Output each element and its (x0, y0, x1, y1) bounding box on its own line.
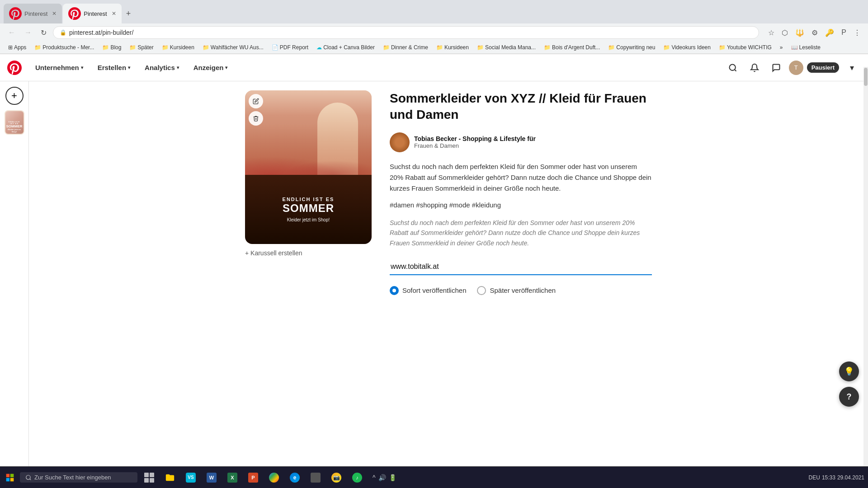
refresh-button[interactable]: ↻ (38, 27, 49, 39)
taskbar-app-powerpoint[interactable]: P (243, 468, 263, 488)
taskbar-app-photos[interactable]: 📷 (326, 468, 346, 488)
bookmark-more[interactable]: » (777, 43, 786, 52)
tab-1-close[interactable]: ✕ (52, 10, 57, 17)
browser-extension-4[interactable]: 🔑 (823, 27, 836, 39)
pin-delete-button[interactable] (249, 111, 263, 126)
pin-edit-button[interactable] (249, 94, 263, 108)
taskbar-app-browser2[interactable]: e (285, 468, 305, 488)
taskbar-app-browser1[interactable] (264, 468, 284, 488)
pin-image-overlay: ENDLICH IST ES SOMMER Kleider jetzt im S… (245, 175, 372, 244)
bookmark-youtube-label: Youtube WICHTIG (727, 44, 772, 51)
battery-icon[interactable]: 🔋 (389, 474, 396, 481)
bookmark-star-button[interactable]: ☆ (766, 27, 776, 39)
bookmark-kursideen1[interactable]: 📁 Kursideen (159, 43, 197, 52)
creator-row: Tobias Becker - Shopping & Lifestyle für… (390, 132, 652, 152)
messages-button[interactable] (767, 59, 785, 77)
browser-extension-1[interactable]: ⬡ (780, 27, 790, 39)
notifications-button[interactable] (745, 59, 764, 77)
start-button[interactable] (0, 467, 20, 488)
leseliste-icon: 📖 (791, 44, 798, 51)
bookmark-kursideen2[interactable]: 📁 Kursideen (434, 43, 472, 52)
chevron-down-icon: ▾ (177, 65, 179, 70)
taskbar-language: DEU (809, 474, 820, 481)
taskbar-clock[interactable]: DEU 15:33 29.04.2021 (809, 474, 868, 481)
sidebar-add-button[interactable]: + (5, 87, 24, 105)
bookmark-dinnercrime[interactable]: 📁 Dinner & Crime (380, 43, 431, 52)
folder-icon-12: 📁 (608, 44, 615, 51)
back-button[interactable]: ← (5, 27, 18, 38)
nav-erstellen[interactable]: Erstellen ▾ (91, 60, 137, 75)
url-text: pinterest.at/pin-builder/ (69, 29, 133, 36)
browser-extension-2[interactable]: 🔱 (793, 27, 806, 39)
karussell-link[interactable]: + Karussell erstellen (245, 249, 372, 257)
bookmark-kursideen1-label: Kursideen (170, 44, 194, 51)
browser-tab-1[interactable]: Pinterest ✕ (4, 4, 62, 23)
taskbar-search-placeholder: Zur Suche Text hier eingeben (34, 474, 111, 481)
bookmark-wahlf[interactable]: 📁 Wahlfächer WU Aus... (200, 43, 266, 52)
browser-extension-3[interactable]: ⚙ (810, 27, 820, 39)
folder-icon-8: 📁 (383, 44, 390, 51)
lock-icon: 🔒 (60, 29, 66, 36)
taskbar-app-word[interactable]: W (202, 468, 222, 488)
bookmark-cload[interactable]: ☁ Cload + Canva Bilder (314, 43, 377, 52)
paused-badge: Pausiert (807, 62, 839, 73)
taskbar-search[interactable]: Zur Suche Text hier eingeben (20, 472, 137, 483)
tab-2-close[interactable]: ✕ (112, 10, 116, 17)
profile-chevron-button[interactable]: ▾ (843, 59, 861, 77)
taskbar-app-gallery[interactable] (306, 468, 326, 488)
bookmark-boisargent[interactable]: 📁 Bois d'Argent Duft... (541, 43, 603, 52)
bookmark-socialmedia-label: Social Media Mana... (485, 44, 536, 51)
pinterest-app: Unternehmen ▾ Erstellen ▾ Analytics ▾ An… (0, 54, 868, 488)
canva-icon: ☁ (316, 44, 322, 51)
bookmark-produktsuche[interactable]: 📁 Produktsuche - Mer... (32, 43, 97, 52)
folder-icon-3: 📁 (129, 44, 136, 51)
bookmark-leseliste[interactable]: 📖 Leseliste (788, 43, 823, 52)
publish-spaeter-option[interactable]: Später veröffentlichen (477, 286, 556, 295)
volume-icon[interactable]: 🔊 (378, 474, 386, 481)
taskbar-app-taskview[interactable] (139, 468, 159, 488)
svg-point-6 (26, 475, 30, 479)
nav-anzeigen[interactable]: Anzeigen ▾ (187, 60, 234, 75)
browser-extension-5[interactable]: P (840, 27, 848, 38)
scrollbar[interactable] (863, 81, 868, 466)
chevron-down-icon: ▾ (81, 65, 83, 70)
browser-menu-button[interactable]: ⋮ (852, 27, 863, 39)
bookmark-copywriting[interactable]: 📁 Copywriting neu (605, 43, 658, 52)
publish-row: Sofort veröffentlichen Später veröffentl… (390, 286, 652, 295)
url-input[interactable] (390, 259, 652, 274)
url-bar[interactable]: 🔒 pinterest.at/pin-builder/ (53, 26, 759, 39)
bookmark-apps[interactable]: ⊞ Apps (5, 43, 29, 52)
more-bookmarks-label: » (780, 44, 783, 51)
svg-rect-5 (10, 478, 14, 481)
url-input-container (390, 259, 652, 275)
taskbar-time: 15:33 (822, 474, 835, 481)
taskbar-app-dev-tools[interactable]: VS (181, 468, 201, 488)
bookmark-spaeter[interactable]: 📁 Später (127, 43, 156, 52)
bookmark-pdfreport[interactable]: 📄 PDF Report (269, 43, 311, 52)
taskbar-app-spotify[interactable]: ♪ (347, 468, 367, 488)
taskbar-app-excel[interactable]: X (222, 468, 242, 488)
bookmark-dinnercrime-label: Dinner & Crime (391, 44, 428, 51)
taskbar-app-explorer[interactable] (160, 468, 180, 488)
network-icon[interactable]: ^ (373, 474, 376, 481)
nav-unternehmen[interactable]: Unternehmen ▾ (29, 60, 90, 75)
bookmark-blog[interactable]: 📁 Blog (99, 43, 124, 52)
bookmark-youtube[interactable]: 📁 Youtube WICHTIG (716, 43, 774, 52)
folder-icon-5: 📁 (203, 44, 209, 51)
sidebar-thumbnail[interactable]: ENDLICH IST ES SOMMER Kleider jetzt im S… (5, 110, 24, 135)
bookmark-videokurs[interactable]: 📁 Videokurs Ideen (660, 43, 713, 52)
new-tab-button[interactable]: + (123, 7, 135, 20)
help-fab-button[interactable]: ? (839, 387, 859, 407)
search-button[interactable] (724, 59, 742, 77)
tab-1-label: Pinterest (24, 10, 47, 17)
forward-button[interactable]: → (22, 27, 34, 38)
pin-description: Suchst du noch nach dem perfekten Kleid … (390, 161, 652, 194)
nav-analytics[interactable]: Analytics ▾ (138, 60, 185, 75)
tab-2-label: Pinterest (84, 10, 107, 17)
pinterest-logo[interactable] (7, 61, 22, 75)
browser-tab-2[interactable]: Pinterest ✕ (63, 4, 121, 23)
folder-icon-13: 📁 (663, 44, 670, 51)
publish-sofort-option[interactable]: Sofort veröffentlichen (390, 286, 466, 295)
bookmark-socialmedia[interactable]: 📁 Social Media Mana... (474, 43, 538, 52)
bulb-fab-button[interactable]: 💡 (839, 361, 859, 381)
